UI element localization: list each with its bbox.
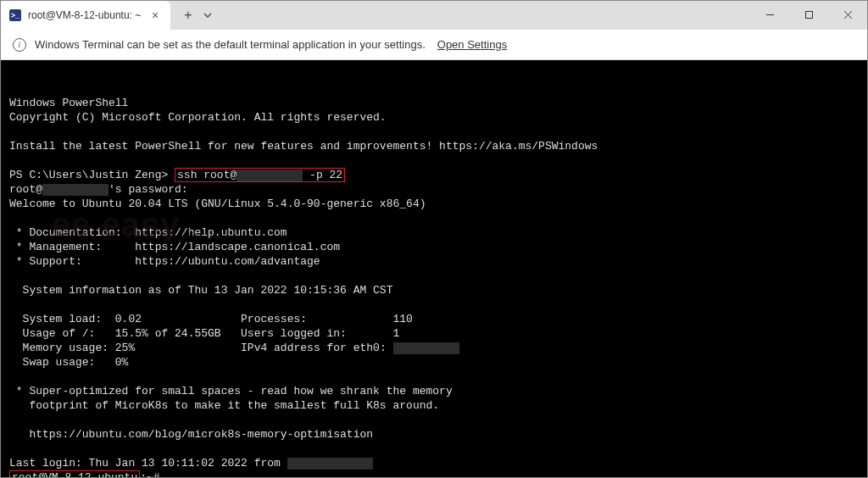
info-icon: i <box>13 38 26 52</box>
tab-dropdown-button[interactable] <box>199 4 216 26</box>
term-line: footprint of MicroK8s to make it the sma… <box>9 399 439 412</box>
term-line: Memory usage: 25% IPv4 address for eth0: <box>9 342 459 354</box>
infobar-message: Windows Terminal can be set as the defau… <box>35 38 426 51</box>
term-line: Copyright (C) Microsoft Corporation. All… <box>9 111 387 124</box>
close-tab-icon[interactable]: × <box>148 8 162 22</box>
term-line: PS C:\Users\Justin Zeng> ssh root@ -p 22 <box>9 168 345 182</box>
term-line: System information as of Thu 13 Jan 2022… <box>9 284 392 297</box>
new-tab-button[interactable]: + <box>177 4 199 26</box>
term-line: Last login: Thu Jan 13 10:11:02 2022 fro… <box>9 457 373 470</box>
term-line: https://ubuntu.com/blog/microk8s-memory-… <box>9 428 373 441</box>
term-line: System load: 0.02 Processes: 110 <box>9 313 413 325</box>
maximize-button[interactable] <box>789 1 828 28</box>
minimize-button[interactable] <box>750 1 789 28</box>
powershell-icon: >_ <box>9 9 21 21</box>
open-settings-link[interactable]: Open Settings <box>437 38 507 51</box>
term-line: * Management: https://landscape.canonica… <box>9 241 340 253</box>
tab-active[interactable]: >_ root@VM-8-12-ubuntu: ~ × <box>1 1 170 30</box>
term-line: * Documentation: https://help.ubuntu.com <box>9 226 287 239</box>
term-line: Windows PowerShell <box>9 97 128 109</box>
term-line: Install the latest PowerShell for new fe… <box>9 140 598 153</box>
term-line: * Super-optimized for small spaces - rea… <box>9 385 453 397</box>
term-line: Swap usage: 0% <box>9 356 128 369</box>
highlight-prompt: root@VM-8-12-ubuntu <box>9 470 140 477</box>
term-line: root@ 's password: <box>9 183 188 196</box>
titlebar: >_ root@VM-8-12-ubuntu: ~ × + <box>1 1 867 30</box>
close-window-button[interactable] <box>828 1 867 28</box>
highlight-ssh-command: ssh root@ -p 22 <box>175 168 345 182</box>
tab-title: root@VM-8-12-ubuntu: ~ <box>28 9 142 21</box>
term-line: * Support: https://ubuntu.com/advantage <box>9 255 320 268</box>
terminal-pane[interactable]: ee easyHow life should be Windows PowerS… <box>1 60 867 477</box>
term-line: Welcome to Ubuntu 20.04 LTS (GNU/Linux 5… <box>9 197 426 210</box>
svg-rect-1 <box>805 11 812 18</box>
infobar: i Windows Terminal can be set as the def… <box>1 30 867 60</box>
term-line: Usage of /: 15.5% of 24.55GB Users logge… <box>9 327 399 340</box>
term-line: root@VM-8-12-ubuntu:~# <box>9 470 160 477</box>
